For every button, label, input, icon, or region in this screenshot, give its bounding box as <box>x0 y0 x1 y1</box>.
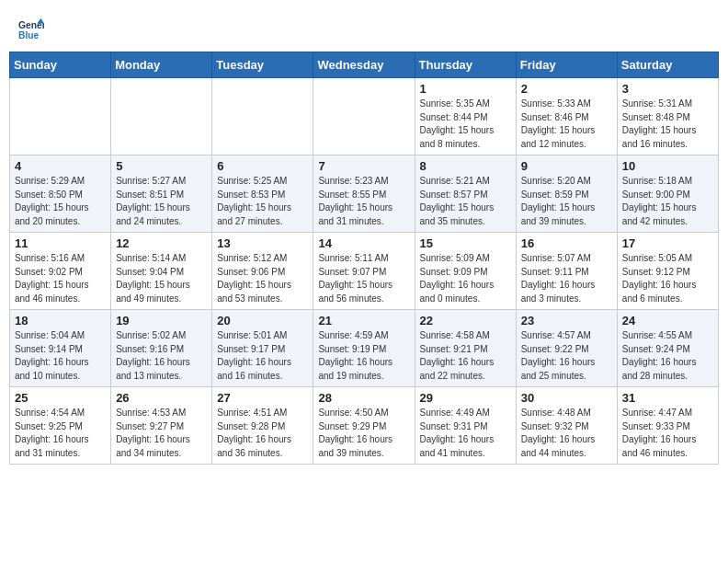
weekday-tuesday: Tuesday <box>212 52 313 78</box>
day-number: 15 <box>420 236 511 250</box>
weekday-monday: Monday <box>111 52 212 78</box>
day-info: Sunrise: 5:33 AMSunset: 8:46 PMDaylight:… <box>521 98 612 151</box>
svg-text:Blue: Blue <box>18 30 40 40</box>
day-number: 24 <box>622 314 713 327</box>
calendar-week-1: 1Sunrise: 5:35 AMSunset: 8:44 PMDaylight… <box>10 78 719 155</box>
calendar-cell: 10Sunrise: 5:18 AMSunset: 9:00 PMDayligh… <box>617 155 718 233</box>
calendar-cell: 6Sunrise: 5:25 AMSunset: 8:53 PMDaylight… <box>212 155 313 233</box>
weekday-wednesday: Wednesday <box>313 52 415 78</box>
day-info: Sunrise: 4:49 AMSunset: 9:31 PMDaylight:… <box>420 407 511 460</box>
calendar-cell: 28Sunrise: 4:50 AMSunset: 9:29 PMDayligh… <box>313 387 415 465</box>
day-number: 16 <box>521 236 612 250</box>
calendar-cell: 7Sunrise: 5:23 AMSunset: 8:55 PMDaylight… <box>313 155 415 233</box>
day-info: Sunrise: 5:09 AMSunset: 9:09 PMDaylight:… <box>420 252 511 305</box>
weekday-saturday: Saturday <box>617 52 718 78</box>
calendar-cell <box>313 78 415 155</box>
calendar-cell: 23Sunrise: 4:57 AMSunset: 9:22 PMDayligh… <box>516 310 617 387</box>
day-info: Sunrise: 4:54 AMSunset: 9:25 PMDaylight:… <box>15 407 106 460</box>
day-info: Sunrise: 5:29 AMSunset: 8:50 PMDaylight:… <box>15 175 106 228</box>
calendar-week-5: 25Sunrise: 4:54 AMSunset: 9:25 PMDayligh… <box>10 387 719 465</box>
day-number: 28 <box>318 391 409 405</box>
day-number: 17 <box>622 236 713 250</box>
day-number: 4 <box>15 159 106 173</box>
calendar-cell: 15Sunrise: 5:09 AMSunset: 9:09 PMDayligh… <box>415 233 516 310</box>
calendar-cell <box>111 78 212 155</box>
calendar-cell: 21Sunrise: 4:59 AMSunset: 9:19 PMDayligh… <box>313 310 415 387</box>
day-info: Sunrise: 5:01 AMSunset: 9:17 PMDaylight:… <box>217 329 308 383</box>
day-info: Sunrise: 5:21 AMSunset: 8:57 PMDaylight:… <box>420 175 511 228</box>
calendar-cell: 25Sunrise: 4:54 AMSunset: 9:25 PMDayligh… <box>10 387 111 465</box>
weekday-sunday: Sunday <box>10 52 111 78</box>
day-info: Sunrise: 5:16 AMSunset: 9:02 PMDaylight:… <box>15 252 106 305</box>
day-number: 26 <box>116 391 207 405</box>
day-number: 27 <box>217 391 308 405</box>
day-info: Sunrise: 4:58 AMSunset: 9:21 PMDaylight:… <box>420 329 511 383</box>
day-number: 3 <box>622 82 713 96</box>
day-number: 18 <box>15 314 106 327</box>
calendar-cell <box>10 78 111 155</box>
calendar-body: 1Sunrise: 5:35 AMSunset: 8:44 PMDaylight… <box>10 78 719 465</box>
calendar-cell: 16Sunrise: 5:07 AMSunset: 9:11 PMDayligh… <box>516 233 617 310</box>
day-number: 21 <box>318 314 409 327</box>
calendar-cell: 24Sunrise: 4:55 AMSunset: 9:24 PMDayligh… <box>617 310 718 387</box>
calendar-week-2: 4Sunrise: 5:29 AMSunset: 8:50 PMDaylight… <box>10 155 719 233</box>
day-number: 1 <box>420 82 511 96</box>
calendar-cell: 31Sunrise: 4:47 AMSunset: 9:33 PMDayligh… <box>617 387 718 465</box>
calendar-week-4: 18Sunrise: 5:04 AMSunset: 9:14 PMDayligh… <box>10 310 719 387</box>
day-number: 22 <box>420 314 511 327</box>
calendar-cell: 18Sunrise: 5:04 AMSunset: 9:14 PMDayligh… <box>10 310 111 387</box>
day-info: Sunrise: 5:23 AMSunset: 8:55 PMDaylight:… <box>318 175 409 228</box>
calendar-table: SundayMondayTuesdayWednesdayThursdayFrid… <box>9 52 719 465</box>
day-info: Sunrise: 4:51 AMSunset: 9:28 PMDaylight:… <box>217 407 308 460</box>
day-info: Sunrise: 5:25 AMSunset: 8:53 PMDaylight:… <box>217 175 308 228</box>
day-info: Sunrise: 5:18 AMSunset: 9:00 PMDaylight:… <box>622 175 713 228</box>
page-header: General Blue <box>9 9 719 46</box>
calendar-cell: 8Sunrise: 5:21 AMSunset: 8:57 PMDaylight… <box>415 155 516 233</box>
calendar-cell: 19Sunrise: 5:02 AMSunset: 9:16 PMDayligh… <box>111 310 212 387</box>
calendar-cell: 9Sunrise: 5:20 AMSunset: 8:59 PMDaylight… <box>516 155 617 233</box>
day-info: Sunrise: 5:04 AMSunset: 9:14 PMDaylight:… <box>15 329 106 383</box>
day-info: Sunrise: 4:48 AMSunset: 9:32 PMDaylight:… <box>521 407 612 460</box>
calendar-cell: 14Sunrise: 5:11 AMSunset: 9:07 PMDayligh… <box>313 233 415 310</box>
day-info: Sunrise: 4:59 AMSunset: 9:19 PMDaylight:… <box>318 329 409 383</box>
day-number: 8 <box>420 159 511 173</box>
day-number: 12 <box>116 236 207 250</box>
calendar-cell: 27Sunrise: 4:51 AMSunset: 9:28 PMDayligh… <box>212 387 313 465</box>
day-info: Sunrise: 4:53 AMSunset: 9:27 PMDaylight:… <box>116 407 207 460</box>
day-info: Sunrise: 4:55 AMSunset: 9:24 PMDaylight:… <box>622 329 713 383</box>
logo: General Blue <box>18 17 44 42</box>
day-number: 6 <box>217 159 308 173</box>
calendar-cell: 30Sunrise: 4:48 AMSunset: 9:32 PMDayligh… <box>516 387 617 465</box>
day-number: 14 <box>318 236 409 250</box>
calendar-cell: 3Sunrise: 5:31 AMSunset: 8:48 PMDaylight… <box>617 78 718 155</box>
weekday-friday: Friday <box>516 52 617 78</box>
day-number: 20 <box>217 314 308 327</box>
calendar-week-3: 11Sunrise: 5:16 AMSunset: 9:02 PMDayligh… <box>10 233 719 310</box>
calendar-cell: 1Sunrise: 5:35 AMSunset: 8:44 PMDaylight… <box>415 78 516 155</box>
day-info: Sunrise: 4:50 AMSunset: 9:29 PMDaylight:… <box>318 407 409 460</box>
day-number: 13 <box>217 236 308 250</box>
calendar-cell: 20Sunrise: 5:01 AMSunset: 9:17 PMDayligh… <box>212 310 313 387</box>
calendar-cell: 17Sunrise: 5:05 AMSunset: 9:12 PMDayligh… <box>617 233 718 310</box>
calendar-cell: 13Sunrise: 5:12 AMSunset: 9:06 PMDayligh… <box>212 233 313 310</box>
calendar-cell: 2Sunrise: 5:33 AMSunset: 8:46 PMDaylight… <box>516 78 617 155</box>
day-number: 5 <box>116 159 207 173</box>
calendar-cell: 22Sunrise: 4:58 AMSunset: 9:21 PMDayligh… <box>415 310 516 387</box>
day-info: Sunrise: 5:20 AMSunset: 8:59 PMDaylight:… <box>521 175 612 228</box>
calendar-cell: 4Sunrise: 5:29 AMSunset: 8:50 PMDaylight… <box>10 155 111 233</box>
calendar-cell: 11Sunrise: 5:16 AMSunset: 9:02 PMDayligh… <box>10 233 111 310</box>
day-info: Sunrise: 5:31 AMSunset: 8:48 PMDaylight:… <box>622 98 713 151</box>
day-info: Sunrise: 5:02 AMSunset: 9:16 PMDaylight:… <box>116 329 207 383</box>
day-info: Sunrise: 4:47 AMSunset: 9:33 PMDaylight:… <box>622 407 713 460</box>
day-info: Sunrise: 5:11 AMSunset: 9:07 PMDaylight:… <box>318 252 409 305</box>
day-info: Sunrise: 5:12 AMSunset: 9:06 PMDaylight:… <box>217 252 308 305</box>
day-number: 2 <box>521 82 612 96</box>
day-number: 29 <box>420 391 511 405</box>
day-info: Sunrise: 5:35 AMSunset: 8:44 PMDaylight:… <box>420 98 511 151</box>
calendar-cell: 12Sunrise: 5:14 AMSunset: 9:04 PMDayligh… <box>111 233 212 310</box>
day-number: 19 <box>116 314 207 327</box>
day-number: 31 <box>622 391 713 405</box>
calendar-cell: 26Sunrise: 4:53 AMSunset: 9:27 PMDayligh… <box>111 387 212 465</box>
day-number: 7 <box>318 159 409 173</box>
day-number: 9 <box>521 159 612 173</box>
